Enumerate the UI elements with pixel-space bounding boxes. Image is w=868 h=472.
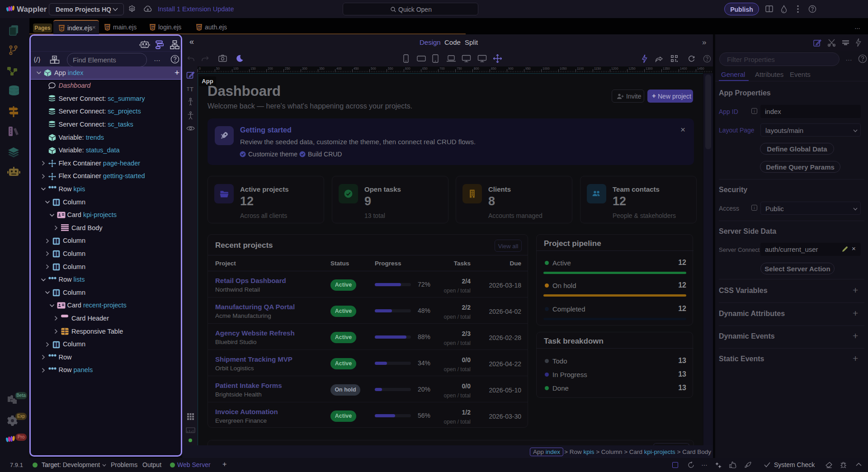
svg-text:350: 350 — [319, 67, 325, 70]
svg-text:650: 650 — [422, 67, 428, 70]
svg-text:950: 950 — [525, 67, 531, 70]
svg-text:150: 150 — [250, 67, 256, 70]
svg-text:300: 300 — [302, 67, 307, 70]
svg-text:400: 400 — [336, 67, 342, 70]
svg-text:600: 600 — [405, 67, 410, 70]
svg-text:1250: 1250 — [628, 67, 636, 70]
svg-text:250: 250 — [285, 67, 290, 70]
svg-text:200: 200 — [268, 67, 273, 70]
svg-text:750: 750 — [457, 67, 462, 70]
svg-text:T: T — [190, 86, 193, 92]
svg-text:500: 500 — [371, 67, 376, 70]
svg-text:0: 0 — [199, 67, 201, 70]
svg-text:1400: 1400 — [680, 67, 687, 70]
svg-text:1200: 1200 — [611, 67, 618, 70]
svg-text:1300: 1300 — [646, 67, 653, 70]
svg-text:1050: 1050 — [560, 67, 567, 70]
svg-text:1450: 1450 — [697, 67, 704, 70]
svg-text:900: 900 — [508, 67, 514, 70]
svg-text:T: T — [187, 87, 189, 92]
svg-text:100: 100 — [233, 67, 239, 70]
svg-text:850: 850 — [491, 67, 496, 70]
svg-text:450: 450 — [354, 67, 359, 70]
svg-text:1350: 1350 — [663, 67, 670, 70]
svg-text:1150: 1150 — [594, 67, 601, 70]
svg-text:1100: 1100 — [577, 67, 584, 70]
svg-text:1000: 1000 — [542, 67, 550, 70]
svg-text:550: 550 — [388, 67, 393, 70]
svg-text:50: 50 — [216, 67, 220, 70]
svg-text:700: 700 — [439, 67, 445, 70]
svg-text:800: 800 — [474, 67, 479, 70]
